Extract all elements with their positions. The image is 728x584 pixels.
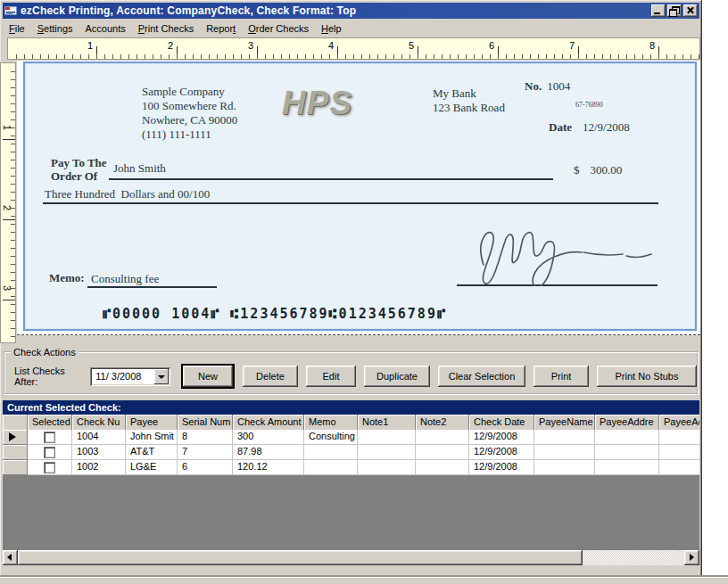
- menu-report[interactable]: Report: [200, 21, 242, 36]
- column-header-note1[interactable]: Note1: [358, 415, 416, 431]
- clear-selection-button[interactable]: Clear Selection: [438, 366, 525, 387]
- dropdown-button[interactable]: [154, 369, 169, 384]
- cell-payee-address[interactable]: [595, 445, 659, 460]
- column-header-note2[interactable]: Note2: [416, 415, 469, 431]
- row-checkbox[interactable]: [44, 432, 55, 443]
- ruler-mark: 1: [80, 40, 93, 51]
- print-no-stubs-button[interactable]: Print No Stubs: [597, 366, 697, 387]
- cell-memo[interactable]: [304, 460, 358, 475]
- cell-note2[interactable]: [416, 460, 469, 475]
- cell-memo[interactable]: Consulting: [304, 430, 358, 445]
- row-checkbox[interactable]: [44, 447, 55, 458]
- menu-settings[interactable]: Settings: [31, 21, 79, 36]
- cell-check-number[interactable]: 1004: [72, 430, 126, 445]
- cell-payee-name[interactable]: [534, 460, 595, 475]
- cell-payee[interactable]: John Smit: [126, 430, 178, 445]
- menu-file[interactable]: File: [3, 21, 31, 36]
- scroll-right-button[interactable]: [684, 550, 699, 565]
- amount-value: 300.00: [591, 163, 623, 177]
- bank-block: My Bank 123 Bank Road: [433, 86, 505, 115]
- vertical-ruler: 1 2 3: [0, 62, 16, 343]
- column-header-check-number[interactable]: Check Nu: [72, 415, 126, 431]
- selected-checkbox: [28, 430, 72, 445]
- ruler-mark: 3: [241, 40, 253, 51]
- minimize-button[interactable]: [651, 4, 666, 17]
- restore-button[interactable]: [667, 4, 682, 17]
- cell-payee[interactable]: LG&E: [126, 460, 178, 475]
- cell-note1[interactable]: [358, 430, 416, 445]
- column-header-payee-name[interactable]: PayeeName: [534, 415, 595, 431]
- check-number-label: No.: [525, 79, 542, 93]
- memo-underline: [87, 286, 217, 288]
- cell-note1[interactable]: [358, 460, 416, 475]
- menu-accounts[interactable]: Accounts: [79, 21, 132, 36]
- column-header-serial-num[interactable]: Serial Num: [178, 415, 233, 431]
- title-bar[interactable]: ezCheck Printing, Account: CompanyCheck,…: [3, 3, 699, 19]
- check-actions-group: Check Actions List Checks After: 11/ 3/2…: [4, 347, 699, 395]
- date-value: 12/9/2008: [583, 120, 630, 134]
- cell-payee-name[interactable]: [534, 445, 595, 460]
- row-selector[interactable]: [3, 430, 28, 445]
- menu-help[interactable]: Help: [315, 21, 348, 36]
- column-header-selected[interactable]: Selected: [28, 415, 72, 431]
- cell-check-date[interactable]: 12/9/2008: [469, 460, 534, 475]
- cell-payee-address[interactable]: [595, 430, 659, 445]
- ruler-mark: 7: [562, 40, 575, 51]
- menu-print-checks[interactable]: Print Checks: [132, 21, 200, 36]
- cell-note2[interactable]: [416, 445, 469, 460]
- cell-note2[interactable]: [416, 430, 469, 445]
- row-checkbox[interactable]: [44, 462, 55, 473]
- column-header-payee[interactable]: Payee: [126, 415, 178, 431]
- check-canvas: Sample Company 100 Somewhere Rd. Nowhere…: [17, 61, 700, 335]
- cell-check-date[interactable]: 12/9/2008: [469, 445, 534, 460]
- close-button[interactable]: [683, 4, 698, 17]
- delete-button[interactable]: Delete: [243, 366, 298, 387]
- company-phone: (111) 111-1111: [142, 127, 237, 142]
- print-button[interactable]: Print: [534, 366, 589, 387]
- checks-grid: Selected Check Nu Payee Serial Num Check…: [3, 415, 699, 550]
- new-button[interactable]: New: [183, 366, 233, 387]
- cell-check-number[interactable]: 1002: [72, 460, 126, 475]
- cell-memo[interactable]: [304, 445, 358, 460]
- scrollbar-thumb[interactable]: [18, 550, 583, 565]
- date-label: Date: [549, 120, 572, 134]
- cell-payee-account[interactable]: [659, 460, 699, 475]
- row-selector[interactable]: [3, 445, 28, 460]
- memo-value: Consulting fee: [91, 272, 159, 286]
- column-header-selector[interactable]: [3, 415, 28, 431]
- horizontal-scrollbar[interactable]: [3, 550, 699, 565]
- cell-payee-name[interactable]: [534, 430, 595, 445]
- ruler-mark: 5: [401, 40, 414, 51]
- cell-note1[interactable]: [358, 445, 416, 460]
- column-header-memo[interactable]: Memo: [304, 415, 358, 431]
- cell-serial[interactable]: 8: [178, 430, 233, 445]
- cell-payee-account[interactable]: [659, 430, 699, 445]
- scroll-left-button[interactable]: [3, 550, 18, 565]
- arrow-right-icon: [690, 554, 694, 561]
- current-row-indicator: [9, 432, 16, 441]
- cell-payee-address[interactable]: [595, 460, 659, 475]
- duplicate-button[interactable]: Duplicate: [364, 366, 430, 387]
- cell-serial[interactable]: 7: [178, 445, 233, 460]
- app-window: ezCheck Printing, Account: CompanyCheck,…: [0, 0, 702, 577]
- column-header-payee-address[interactable]: PayeeAddre: [595, 415, 659, 431]
- edit-button[interactable]: Edit: [306, 366, 356, 387]
- row-selector[interactable]: [3, 460, 28, 475]
- chevron-down-icon: [158, 375, 165, 379]
- cell-amount[interactable]: 87.98: [233, 445, 304, 460]
- signature: [464, 222, 656, 286]
- company-block: Sample Company 100 Somewhere Rd. Nowhere…: [142, 85, 237, 142]
- cell-amount[interactable]: 120.12: [233, 460, 304, 475]
- cell-check-date[interactable]: 12/9/2008: [469, 430, 534, 445]
- cell-serial[interactable]: 6: [178, 460, 233, 475]
- cell-check-number[interactable]: 1003: [72, 445, 126, 460]
- menu-order-checks[interactable]: Order Checks: [242, 21, 315, 36]
- cell-amount[interactable]: 300: [233, 430, 304, 445]
- cell-payee-account[interactable]: [659, 445, 699, 460]
- list-after-date-dropdown[interactable]: 11/ 3/2008: [90, 367, 170, 386]
- column-header-payee-account[interactable]: PayeeAc: [659, 415, 699, 431]
- column-header-check-amount[interactable]: Check Amount: [233, 415, 304, 431]
- cell-payee[interactable]: AT&T: [126, 445, 178, 460]
- bank-address: 123 Bank Road: [433, 101, 505, 115]
- column-header-check-date[interactable]: Check Date: [469, 415, 534, 431]
